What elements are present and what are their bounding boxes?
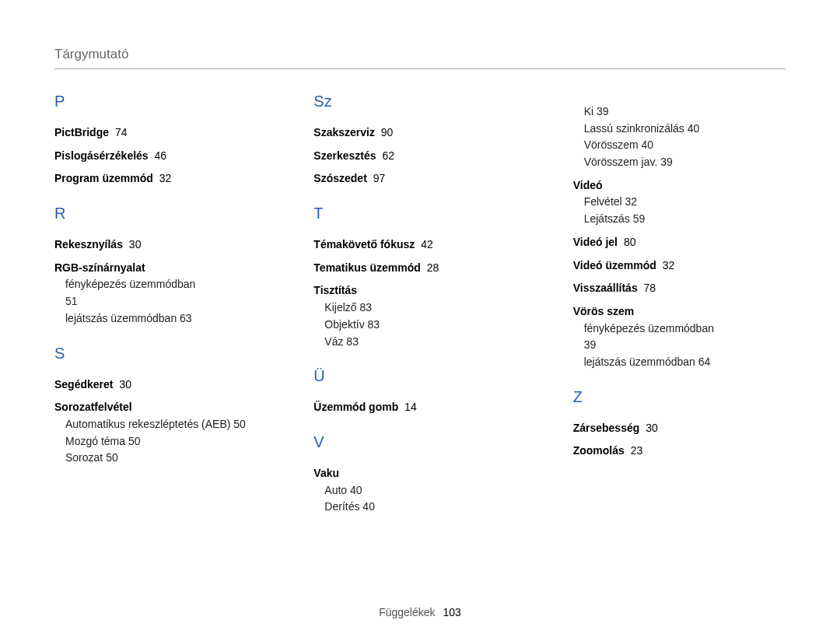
index-subentry: lejátszás üzemmódban 64 — [584, 354, 786, 371]
index-subentry: Automatikus rekeszléptetés (AEB) 50 — [65, 416, 267, 433]
index-entry: Témakövető fókusz 42 — [313, 236, 526, 254]
index-subentry-page: 64 — [698, 356, 711, 368]
index-subentry-page: 39 — [597, 105, 609, 117]
index-subentry: Ki 39 — [584, 103, 786, 121]
index-entry: Pislogásérzékelés 46 — [54, 148, 267, 165]
index-entry-label: Zoomolás — [573, 444, 625, 457]
index-column: SzSzakszerviz 90Szerkesztés 62Szószedet … — [313, 89, 526, 516]
index-entry: RGB-színárnyalat — [54, 260, 267, 277]
index-subentry: Felvétel 32 — [584, 194, 786, 211]
index-subentry-label: Kijelző — [324, 301, 356, 313]
index-subentry-label: Felvétel — [584, 195, 622, 208]
index-entry-label: Rekesznyílás — [54, 238, 123, 250]
index-entry-label: Videó üzemmód — [573, 259, 656, 271]
index-entry-label: Üzemmód gomb — [313, 401, 398, 413]
index-entry: Videó jel 80 — [573, 234, 786, 251]
page-header: Tárgymutató — [54, 47, 786, 69]
index-subentry-label: Vörösszem — [584, 138, 639, 151]
index-subentry-label: fényképezés üzemmódban — [65, 278, 195, 290]
index-entry-page: 14 — [404, 401, 417, 413]
index-entry-label: Vörös szem — [573, 305, 635, 317]
index-subentry-page: 40 — [362, 500, 375, 513]
index-entry: PictBridge 74 — [54, 124, 267, 142]
index-entry: Rekesznyílás 30 — [54, 236, 267, 254]
index-entry-page: 32 — [159, 172, 172, 184]
index-entry-page: 80 — [624, 236, 636, 248]
index-subentry-label: Auto — [324, 484, 347, 496]
index-column: Ki 39Lassú szinkronizálás 40Vörösszem 40… — [573, 89, 786, 516]
index-entry-label: Vaku — [313, 467, 339, 479]
index-entry-page: 74 — [115, 126, 128, 138]
index-entry-page: 32 — [663, 259, 675, 271]
index-entry: Videó — [573, 177, 786, 194]
index-subentry-page: 39 — [660, 156, 673, 168]
index-subentry-label: lejátszás üzemmódban — [584, 356, 695, 368]
index-entry-page: 46 — [155, 149, 167, 162]
index-entry: Szószedet 97 — [313, 170, 526, 187]
index-entry-page: 30 — [129, 238, 142, 250]
index-entry: Segédkeret 30 — [54, 377, 267, 394]
index-subentry-label: Lassú szinkronizálás — [584, 122, 684, 135]
index-entry-label: Segédkeret — [54, 378, 113, 391]
page-footer: Függelékek 103 — [0, 606, 840, 618]
index-subentry: Derítés 40 — [324, 499, 526, 516]
index-subentry-label: lejátszás üzemmódban — [65, 312, 177, 324]
index-subentry-page: 83 — [346, 335, 359, 348]
index-subentry-page: 83 — [368, 318, 380, 331]
index-subentry: Váz 83 — [324, 334, 526, 351]
index-entry-label: Tematikus üzemmód — [313, 261, 420, 274]
index-entry-label: Sorozatfelvétel — [54, 401, 132, 413]
index-subentry-label: Ki — [584, 105, 593, 117]
index-entry: Zársebesség 30 — [573, 420, 786, 437]
index-entry-label: Program üzemmód — [54, 172, 153, 184]
index-subentry-page: 50 — [106, 451, 118, 464]
index-entry-label: PictBridge — [54, 126, 109, 138]
index-subentry-label: Sorozat — [65, 451, 103, 464]
index-subentry-label: fényképezés üzemmódban — [584, 322, 714, 335]
index-subentry-label: Váz — [324, 335, 343, 348]
index-entry: Vörös szem — [573, 303, 786, 321]
index-entry-label: Zársebesség — [573, 422, 640, 434]
index-entry-page: 90 — [381, 126, 394, 138]
index-subentry: Vörösszem jav. 39 — [584, 154, 786, 171]
index-entry: Visszaállítás 78 — [573, 280, 786, 297]
index-entry-label: Témakövető fókusz — [313, 238, 415, 250]
index-entry-page: 97 — [373, 172, 386, 184]
index-subentry-page: 51 — [65, 295, 78, 307]
index-subentry: lejátszás üzemmódban 63 — [65, 310, 267, 328]
index-entry-label: Videó — [573, 179, 603, 191]
index-entry: Üzemmód gomb 14 — [313, 399, 526, 416]
index-subentry: Lejátszás 59 — [584, 211, 786, 228]
index-entry-page: 62 — [382, 149, 394, 162]
index-subentry-page: 83 — [359, 301, 372, 313]
index-entry-page: 78 — [644, 282, 656, 294]
index-subentry-page: 59 — [633, 212, 646, 225]
index-entry: Szakszerviz 90 — [313, 124, 526, 142]
index-subentry: Kijelző 83 — [324, 299, 526, 317]
index-entry: Sorozatfelvétel — [54, 399, 267, 416]
index-entry-label: Szerkesztés — [313, 149, 376, 162]
footer-label: Függelékek — [379, 606, 435, 618]
index-subentry: Objektív 83 — [324, 317, 526, 334]
index-entry-page: 23 — [631, 444, 643, 457]
index-entry-label: Visszaállítás — [573, 282, 638, 294]
index-subentry: Mozgó téma 50 — [65, 433, 267, 450]
index-subentry-page: 63 — [180, 312, 192, 324]
index-subentry: Lassú szinkronizálás 40 — [584, 121, 786, 138]
index-subentry-page: 40 — [350, 484, 362, 496]
index-subentry-page: 40 — [642, 138, 654, 151]
index-subentry: fényképezés üzemmódban51 — [65, 276, 267, 310]
index-entry-label: RGB-színárnyalat — [54, 261, 145, 274]
index-entry-page: 42 — [421, 238, 433, 250]
index-entry: Vaku — [313, 465, 526, 482]
index-subentry-label: Vörösszem jav. — [584, 156, 658, 168]
index-letter: Sz — [313, 89, 526, 114]
index-entry-page: 28 — [427, 261, 439, 274]
index-letter: S — [54, 342, 267, 366]
index-subentry: fényképezés üzemmódban39 — [584, 321, 786, 354]
index-subentry-label: Objektív — [324, 318, 364, 331]
index-entry: Videó üzemmód 32 — [573, 257, 786, 275]
index-letter: Ü — [313, 364, 526, 388]
index-subentry-label: Automatikus rekeszléptetés (AEB) — [65, 418, 230, 430]
index-entry-page: 30 — [646, 422, 658, 434]
